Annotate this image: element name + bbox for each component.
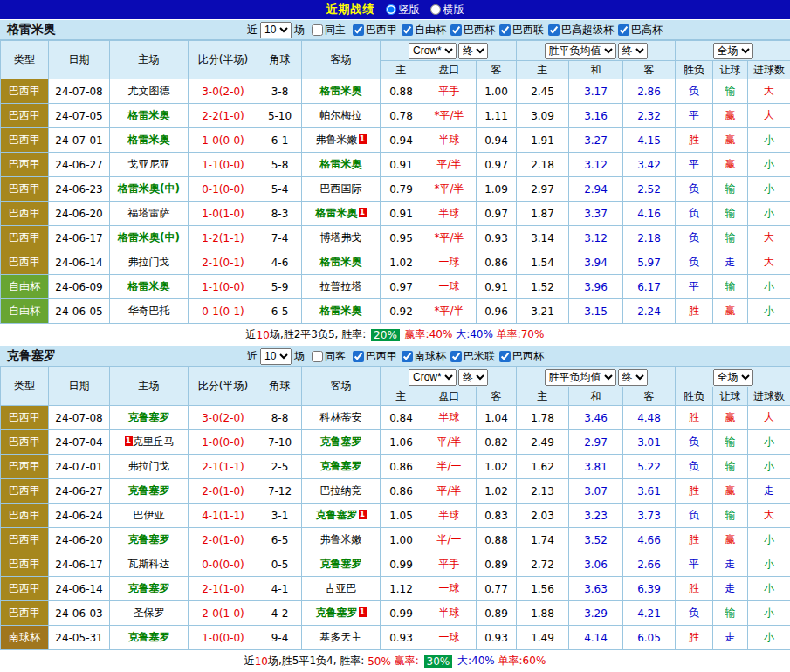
horizontal-radio[interactable] [430, 4, 441, 15]
league-checkbox[interactable] [353, 24, 364, 36]
home-team-cell: 1克里丘马 [110, 430, 189, 455]
date-cell: 24-07-08 [49, 406, 110, 430]
league-checkbox[interactable] [402, 351, 413, 362]
league-label: 巴米联 [464, 349, 495, 364]
league-checkbox[interactable] [548, 24, 560, 36]
europe-odds-header: 胜平负均值终 [517, 41, 676, 61]
europe-select[interactable]: 胜平负均值 [545, 43, 616, 59]
games-label: 场 [294, 23, 305, 38]
league-type-cell: 自由杯 [1, 275, 49, 299]
subheader-cell: 客 [623, 387, 676, 406]
layout-vertical-option[interactable]: 竖版 [386, 3, 420, 17]
team-link: 克鲁塞罗 [320, 558, 362, 570]
league-filter[interactable]: 巴西甲 [348, 349, 397, 364]
asian-home-odds: 0.99 [381, 552, 422, 577]
recent-count-select[interactable]: 10 [260, 348, 292, 365]
topbar: 近期战绩 竖版 横版 [0, 0, 790, 19]
same-venue-checkbox[interactable] [312, 24, 323, 36]
team-link: 格雷米奥(中) [118, 231, 180, 243]
europe-away-odds: 3.42 [623, 153, 676, 177]
score-cell: 1-1(0-0) [189, 275, 258, 299]
asian-final-select[interactable]: 终 [458, 369, 488, 386]
league-filter[interactable]: 巴西杯 [446, 23, 495, 38]
team-link: 格雷米奥 [128, 280, 170, 292]
league-filter[interactable]: 巴西联 [495, 23, 544, 38]
league-checkbox[interactable] [499, 24, 511, 36]
europe-select[interactable]: 胜平负均值 [545, 369, 616, 386]
same-venue-checkbox[interactable] [312, 351, 323, 362]
league-type-cell: 巴西甲 [1, 104, 49, 128]
bookmaker-select[interactable]: Crow* [409, 43, 457, 59]
goals-result-cell: 小 [748, 299, 790, 324]
league-filter[interactable]: 南球杯 [397, 349, 446, 364]
league-checks: 巴西甲自由杯巴西杯巴西联巴高超级杯巴高杯 [348, 23, 663, 38]
corner-cell: 7-12 [258, 479, 302, 504]
col-date: 日期 [49, 367, 110, 406]
score-cell: 0-1(0-1) [189, 299, 258, 324]
team-link: 克鲁塞罗 [128, 533, 170, 545]
goals-result-cell: 走 [748, 479, 790, 504]
result-cell: 平 [676, 153, 713, 177]
europe-final-select[interactable]: 终 [618, 43, 648, 59]
score-cell: 4-1(1-1) [189, 504, 258, 528]
away-team-cell: 弗鲁米嫩1 [302, 128, 381, 153]
league-checkbox[interactable] [402, 24, 413, 36]
asian-away-odds: 1.09 [477, 177, 517, 202]
asian-home-odds: 0.84 [381, 406, 422, 430]
europe-away-odds: 3.01 [623, 430, 676, 455]
league-filter[interactable]: 巴西杯 [495, 349, 544, 364]
handicap-result-cell: 赢 [713, 406, 748, 430]
goals-result-cell: 大 [748, 406, 790, 430]
asian-final-select[interactable]: 终 [458, 43, 488, 59]
league-type-cell: 巴西甲 [1, 406, 49, 430]
subheader-cell: 主 [517, 387, 569, 406]
league-filter[interactable]: 自由杯 [397, 23, 446, 38]
col-home: 主场 [110, 367, 189, 406]
europe-draw-odds: 3.46 [569, 406, 623, 430]
handicap-result-cell: 赢 [713, 299, 748, 324]
league-filter[interactable]: 巴米联 [446, 349, 495, 364]
league-type-cell: 巴西甲 [1, 128, 49, 153]
league-checkbox[interactable] [450, 351, 462, 362]
corner-cell: 5-10 [258, 104, 302, 128]
europe-home-odds: 1.54 [517, 250, 569, 275]
asian-home-odds: 1.00 [381, 528, 422, 552]
home-team-cell: 克鲁塞罗 [110, 577, 189, 601]
league-filter[interactable]: 巴西甲 [348, 23, 397, 38]
same-venue-filter[interactable]: 同客 [307, 349, 346, 364]
asian-away-odds: 0.97 [477, 202, 517, 226]
recent-count-select[interactable]: 10 [260, 22, 292, 38]
home-team-cell: 格雷米奥(中) [110, 226, 189, 250]
europe-home-odds: 1.52 [517, 275, 569, 299]
league-checkbox[interactable] [353, 351, 364, 362]
period-select[interactable]: 全场 [713, 43, 753, 59]
vertical-radio[interactable] [386, 4, 396, 15]
col-away: 客场 [302, 41, 381, 79]
europe-home-odds: 1.91 [517, 128, 569, 153]
team-link: 格雷米奥 [320, 305, 362, 317]
away-team-cell: 巴西国际 [302, 177, 381, 202]
result-cell: 负 [676, 177, 713, 202]
europe-away-odds: 4.48 [623, 406, 676, 430]
league-filter[interactable]: 巴高超级杯 [544, 23, 614, 38]
match-row: 巴西甲24-06-14弗拉门戈2-1(0-1)4-6格雷米奥1.02一球0.86… [1, 250, 790, 275]
score-cell: 2-1(0-1) [189, 250, 258, 275]
league-type-cell: 巴西甲 [1, 177, 49, 202]
league-filter[interactable]: 巴高杯 [614, 23, 663, 38]
same-venue-filter[interactable]: 同主 [307, 23, 346, 38]
europe-away-odds: 2.66 [623, 552, 676, 577]
home-team-cell: 福塔雷萨 [110, 202, 189, 226]
europe-final-select[interactable]: 终 [618, 369, 648, 386]
page-title: 近期战绩 [326, 2, 375, 17]
league-type-cell: 自由杯 [1, 299, 49, 324]
europe-away-odds: 6.17 [623, 275, 676, 299]
league-checkbox[interactable] [499, 351, 511, 362]
bookmaker-select[interactable]: Crow* [409, 369, 457, 386]
corner-cell: 7-10 [258, 430, 302, 455]
league-checkbox[interactable] [450, 24, 462, 36]
league-checkbox[interactable] [618, 24, 629, 36]
period-select[interactable]: 全场 [713, 369, 753, 386]
layout-horizontal-option[interactable]: 横版 [430, 3, 464, 17]
result-cell: 胜 [676, 299, 713, 324]
handicap-result-cell: 赢 [713, 153, 748, 177]
